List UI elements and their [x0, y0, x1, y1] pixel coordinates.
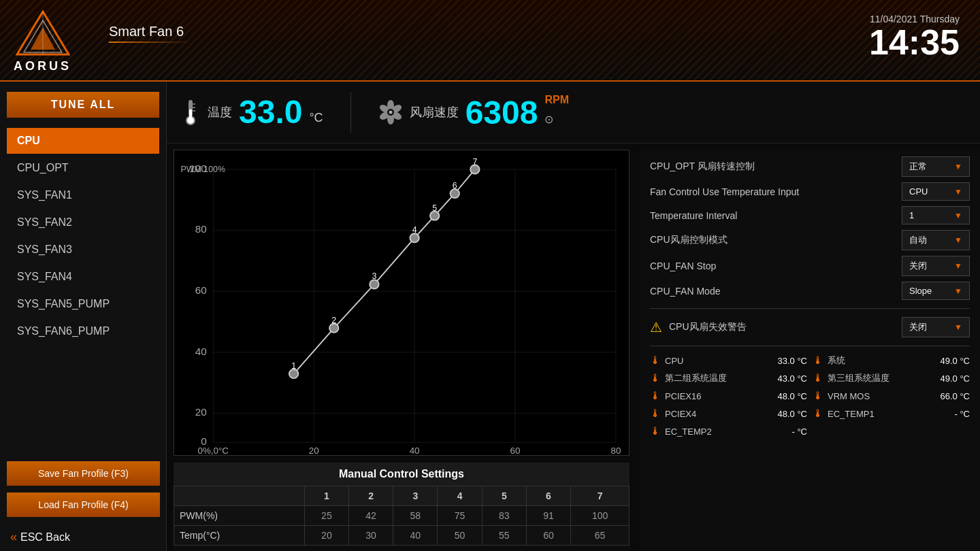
temperature-icon: 🌡 [650, 372, 661, 384]
sidebar-item-sys-fan3[interactable]: SYS_FAN3 [7, 237, 159, 263]
right-panel-row-1: Fan Control Use Temperature InputCPU▼ [650, 182, 970, 201]
warning-label: CPU风扇失效警告 [669, 321, 895, 333]
pwm-cell[interactable]: 25 [304, 506, 348, 526]
load-fan-profile-button[interactable]: Load Fan Profile (F4) [7, 492, 160, 517]
right-row-select-5[interactable]: Slope▼ [902, 282, 970, 300]
pwm-cell[interactable]: 42 [349, 506, 393, 526]
right-row-select-0[interactable]: 正常▼ [902, 156, 970, 177]
svg-text:60: 60 [510, 446, 521, 455]
chevron-down-icon: ▼ [954, 235, 962, 245]
temp-sensor-name: PCIEX4 [665, 409, 773, 419]
sidebar-item-sys-fan2[interactable]: SYS_FAN2 [7, 210, 159, 235]
aorus-logo-text: AORUS [14, 59, 71, 73]
right-row-select-2[interactable]: 1▼ [902, 206, 970, 224]
chevron-left-icon: « [10, 530, 17, 544]
temp-cell[interactable]: 40 [393, 526, 438, 546]
chart-area: 100 80 60 40 20 0 0%,0°C 20 40 60 80 Tem… [174, 150, 630, 456]
temp-cell[interactable]: 55 [482, 526, 526, 546]
temp-item: 🌡 VRM MOS 66.0 °C [813, 390, 970, 402]
divider [650, 308, 970, 309]
svg-text:20: 20 [195, 406, 207, 418]
temperature-icon: 🌡 [650, 425, 661, 437]
save-fan-profile-button[interactable]: Save Fan Profile (F3) [7, 461, 160, 486]
temperature-icon: 🌡 [650, 407, 661, 420]
manual-col-header: 1 [304, 486, 348, 506]
temp-cell[interactable]: 20 [304, 526, 348, 546]
svg-text:40: 40 [410, 446, 420, 455]
right-panel-row-4: CPU_FAN Stop关闭▼ [650, 256, 970, 276]
pwm-row-label: PWM(%) [174, 506, 305, 526]
svg-text:4: 4 [412, 225, 417, 235]
manual-col-header: 7 [571, 486, 630, 506]
temperature-icon: 🌡 [813, 354, 823, 367]
temp-sensor-name: 第三组系统温度 [828, 372, 936, 384]
svg-text:7: 7 [472, 157, 477, 167]
temp-sensor-name: EC_TEMP2 [665, 427, 787, 437]
right-row-select-4[interactable]: 关闭▼ [902, 256, 970, 276]
temp-stat: 温度 33.0 °C [180, 96, 323, 129]
pwm-cell[interactable]: 83 [482, 506, 526, 526]
pwm-cell[interactable]: 75 [438, 506, 482, 526]
logo-area: AORUS [14, 10, 71, 73]
temp-item: 🌡 CPU 33.0 °C [650, 354, 807, 367]
temp-sensor-name: 系统 [828, 354, 936, 367]
pwm-cell[interactable]: 58 [393, 506, 438, 526]
temp-item: 🌡 EC_TEMP1 - °C [813, 407, 970, 420]
right-row-select-1[interactable]: CPU▼ [902, 182, 970, 201]
pwm-cell[interactable]: 100 [571, 506, 630, 526]
right-row-select-3[interactable]: 自动▼ [902, 230, 970, 250]
manual-col-header [174, 486, 305, 506]
warning-select[interactable]: 关闭 ▼ [902, 317, 970, 337]
svg-text:80: 80 [195, 223, 207, 235]
temp-sensor-name: PCIEX16 [665, 391, 773, 401]
sidebar-item-cpu-opt[interactable]: CPU_OPT [7, 155, 159, 181]
tune-all-button[interactable]: TUNE ALL [7, 92, 159, 118]
temp-cell[interactable]: 65 [571, 526, 630, 546]
temperature-icon: 🌡 [813, 407, 823, 420]
right-panel-row-3: CPU风扇控制模式自动▼ [650, 230, 970, 250]
svg-text:40: 40 [195, 346, 207, 357]
sidebar-item-cpu[interactable]: CPU [7, 128, 159, 154]
temp-item: 🌡 PCIEX16 48.0 °C [650, 390, 807, 402]
temp-item: 🌡 第二组系统温度 43.0 °C [650, 372, 807, 384]
sf6-title: Smart Fan 6 [109, 24, 191, 43]
sidebar-item-sys-fan6-pump[interactable]: SYS_FAN6_PUMP [7, 318, 159, 344]
manual-col-header: 3 [393, 486, 438, 506]
sidebar-item-sys-fan5-pump[interactable]: SYS_FAN5_PUMP [7, 291, 159, 317]
temperature-icon: 🌡 [650, 390, 661, 402]
esc-back[interactable]: « ESC Back [10, 530, 70, 544]
fan-curve-chart: 100 80 60 40 20 0 0%,0°C 20 40 60 80 Tem… [174, 150, 629, 455]
temperature-icon: 🌡 [650, 354, 661, 367]
temp-sensor-value: - °C [791, 427, 807, 437]
sidebar-item-sys-fan4[interactable]: SYS_FAN4 [7, 264, 159, 290]
chevron-down-icon: ▼ [954, 322, 962, 332]
header-stats: 温度 33.0 °C 风扇速度 6308 RPM ⊙ [167, 82, 980, 144]
right-row-label: CPU风扇控制模式 [650, 234, 896, 246]
temp-row-label: Temp(°C) [174, 526, 305, 546]
temp-sensor-value: 43.0 °C [777, 373, 807, 384]
right-panel-row-0: CPU_OPT 风扇转速控制正常▼ [650, 156, 970, 177]
manual-settings-title: Manual Control Settings [174, 463, 630, 486]
temperature-icon: 🌡 [813, 390, 823, 402]
chevron-down-icon: ▼ [954, 187, 962, 197]
main-content: 温度 33.0 °C 风扇速度 6308 RPM ⊙ [167, 82, 980, 551]
chevron-down-icon: ▼ [954, 286, 962, 296]
bottom-buttons: Save Fan Profile (F3) Load Fan Profile (… [7, 461, 160, 517]
right-row-label: Fan Control Use Temperature Input [650, 186, 896, 197]
temp-item: 🌡 EC_TEMP2 - °C [650, 425, 807, 437]
pwm-cell[interactable]: 91 [526, 506, 570, 526]
temp-item: 🌡 PCIEX4 48.0 °C [650, 407, 807, 420]
temp-cell[interactable]: 50 [438, 526, 482, 546]
datetime: 11/04/2021 Thursday 14:35 [869, 14, 960, 60]
svg-text:PWM 100%: PWM 100% [181, 165, 226, 174]
manual-settings: Manual Control Settings 1234567PWM(%)254… [174, 463, 630, 551]
temp-cell[interactable]: 30 [349, 526, 393, 546]
temp-sensor-name: CPU [665, 356, 773, 366]
sf6-underline [109, 41, 191, 43]
temp-sensor-value: 33.0 °C [777, 356, 807, 366]
sidebar-item-sys-fan1[interactable]: SYS_FAN1 [7, 182, 159, 208]
right-panel-row-5: CPU_FAN ModeSlope▼ [650, 282, 970, 300]
temp-item: 🌡 第三组系统温度 49.0 °C [813, 372, 970, 384]
temp-cell[interactable]: 60 [526, 526, 570, 546]
manual-col-header: 6 [526, 486, 570, 506]
